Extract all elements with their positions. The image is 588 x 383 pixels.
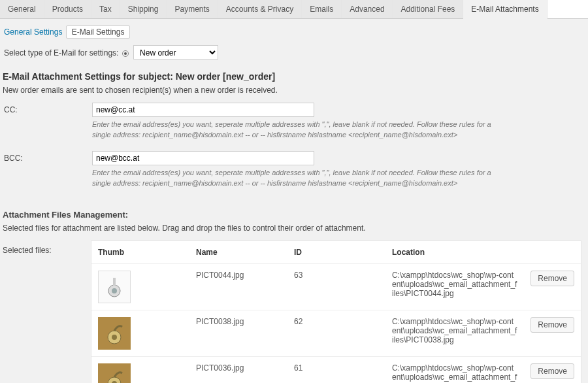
cc-input[interactable] <box>92 103 314 117</box>
attachments-table-wrap: Thumb Name ID Location PICT0044.jpg63C:\… <box>91 241 581 383</box>
sub-tabs: General Settings E-Mail Settings <box>3 19 581 39</box>
attachment-files-heading: Attachment Files Management: <box>3 210 581 220</box>
attachments-table: Thumb Name ID Location PICT0044.jpg63C:\… <box>91 241 581 383</box>
tab-shipping[interactable]: Shipping <box>120 0 167 18</box>
email-type-label: Select type of E-Mail for settings: <box>4 48 118 58</box>
svg-rect-2 <box>113 278 116 286</box>
selected-files-label: Selected files: <box>3 241 91 255</box>
cc-label: CC: <box>4 103 92 114</box>
svg-point-1 <box>112 288 117 293</box>
email-type-selector-row: Select type of E-Mail for settings: New … <box>3 39 581 62</box>
attachment-location: C:\xampp\htdocs\wc_shop\wp-content\uploa… <box>385 263 524 310</box>
remove-button[interactable]: Remove <box>531 271 574 286</box>
tab-e-mail-attachments[interactable]: E-Mail Attachments <box>463 0 547 19</box>
tab-payments[interactable]: Payments <box>167 0 218 18</box>
settings-tabs: GeneralProductsTaxShippingPaymentsAccoun… <box>0 0 588 19</box>
th-action <box>524 241 581 264</box>
tab-general[interactable]: General <box>0 0 44 18</box>
attachment-name: PICT0038.jpg <box>189 310 287 356</box>
remove-button[interactable]: Remove <box>531 317 574 333</box>
tab-tax[interactable]: Tax <box>91 0 120 18</box>
bcc-label: BCC: <box>4 151 92 163</box>
table-row[interactable]: PICT0036.jpg61C:\xampp\htdocs\wc_shop\wp… <box>91 356 581 383</box>
email-type-select[interactable]: New order <box>133 45 218 59</box>
attachment-files-desc: Selected files for attachment are listed… <box>3 224 581 233</box>
attachment-thumb <box>98 363 131 383</box>
table-row[interactable]: PICT0044.jpg63C:\xampp\htdocs\wc_shop\wp… <box>91 263 581 310</box>
attachment-id: 61 <box>287 356 385 383</box>
attachments-tbody: PICT0044.jpg63C:\xampp\htdocs\wc_shop\wp… <box>91 263 581 383</box>
attachment-name: PICT0044.jpg <box>189 263 287 310</box>
tab-accounts-privacy[interactable]: Accounts & Privacy <box>218 0 302 18</box>
subtab-general-settings[interactable]: General Settings <box>4 27 62 37</box>
attachment-thumb <box>98 271 131 303</box>
subtab-email-settings[interactable]: E-Mail Settings <box>66 25 131 39</box>
attachment-location: C:\xampp\htdocs\wc_shop\wp-content\uploa… <box>385 356 524 383</box>
bcc-input[interactable] <box>92 151 314 165</box>
attachment-thumb <box>98 317 131 350</box>
svg-point-4 <box>112 335 117 340</box>
attachment-id: 63 <box>287 263 385 310</box>
th-name: Name <box>189 241 287 264</box>
tab-products[interactable]: Products <box>44 0 91 18</box>
attachment-id: 62 <box>287 310 385 356</box>
th-thumb: Thumb <box>91 241 189 264</box>
bcc-hint: Enter the email address(es) you want, se… <box>92 168 497 189</box>
remove-button[interactable]: Remove <box>531 363 574 379</box>
th-location: Location <box>385 241 524 264</box>
attachment-location: C:\xampp\htdocs\wc_shop\wp-content\uploa… <box>385 310 524 356</box>
table-row[interactable]: PICT0038.jpg62C:\xampp\htdocs\wc_shop\wp… <box>91 310 581 356</box>
email-type-radio[interactable] <box>122 50 129 57</box>
cc-hint: Enter the email address(es) you want, se… <box>92 120 497 141</box>
attachment-settings-heading: E-Mail Attachment Settings for subject: … <box>3 71 581 82</box>
tab-emails[interactable]: Emails <box>302 0 342 18</box>
attachment-name: PICT0036.jpg <box>189 356 287 383</box>
th-id: ID <box>287 241 385 264</box>
tab-advanced[interactable]: Advanced <box>342 0 393 18</box>
tab-additional-fees[interactable]: Additional Fees <box>393 0 464 18</box>
attachment-settings-desc: New order emails are sent to chosen reci… <box>3 86 581 95</box>
